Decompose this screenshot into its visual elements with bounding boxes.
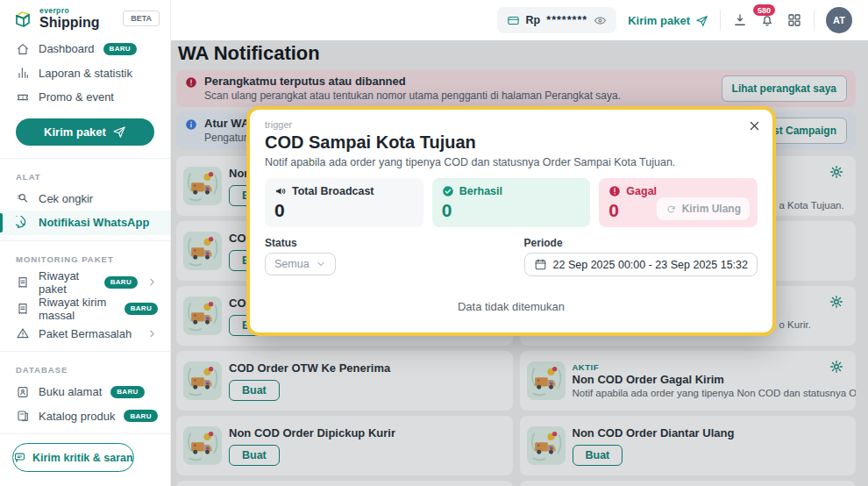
feedback-button[interactable]: Kirim kritik & saran (12, 443, 134, 472)
home-icon (16, 42, 30, 56)
buat-button[interactable]: Buat (229, 445, 280, 466)
sidebar-item-dashboard[interactable]: Dashboard BARU (0, 37, 170, 61)
buat-button[interactable]: Buat (229, 380, 280, 401)
periode-value: 22 Sep 2025 00:00 - 23 Sep 2025 15:32 (553, 259, 748, 271)
section-title-database: DATABASE (0, 357, 170, 380)
truck-illustration (527, 426, 566, 465)
gear-icon[interactable] (829, 360, 843, 374)
stat-label: Berhasil (459, 185, 502, 197)
card-title: Non COD Order Gagal Kirim (573, 373, 848, 386)
stat-gagal: Gagal 0 Kirim Ulang (599, 178, 758, 227)
sidebar-item-cek-ongkir[interactable]: Cek ongkir (0, 187, 170, 211)
divider (0, 158, 170, 159)
baru-badge: BARU (110, 386, 144, 398)
broadcast-stats: Total Broadcast 0 Berhasil 0 Gagal 0 Kir… (265, 178, 758, 227)
modal-description: Notif apabila ada order yang tipenya COD… (265, 156, 758, 168)
topbar: Rp ******** Kirim paket 580 AT (171, 0, 868, 40)
sidebar-item-label: Katalog produk (39, 410, 115, 423)
card-description: o Kurir. (779, 319, 811, 330)
stat-berhasil: Berhasil 0 (432, 178, 591, 227)
truck-illustration (183, 361, 222, 400)
section-title-alat: ALAT (0, 164, 170, 187)
periode-date-range[interactable]: 22 Sep 2025 00:00 - 23 Sep 2025 15:32 (524, 253, 758, 276)
ticket-icon (16, 90, 30, 104)
eye-icon[interactable] (594, 14, 607, 27)
calendar-icon (534, 258, 547, 271)
sidebar-item-laporan[interactable]: Laporan & statistik (0, 61, 170, 86)
sidebar-item-label: Notifikasi WhatsApp (39, 216, 149, 229)
sidebar-item-paket-bermasalah[interactable]: Paket Bermasalah (0, 322, 170, 347)
truck-illustration (527, 361, 566, 400)
sidebar-item-riwayat-paket[interactable]: Riwayat paket BARU (0, 269, 170, 296)
sidebar-item-buku-alamat[interactable]: Buku alamat BARU (0, 380, 170, 404)
divider (0, 240, 170, 241)
truck-illustration (183, 297, 222, 335)
kirim-ulang-label: Kirim Ulang (682, 203, 741, 215)
download-button[interactable] (732, 12, 748, 28)
topbar-kirim-paket-link[interactable]: Kirim paket (628, 14, 708, 27)
broadcast-icon (274, 185, 287, 197)
divider (0, 351, 170, 352)
card-title: Non COD Order Diantar Ulang (573, 426, 735, 440)
alert-circle-icon (608, 185, 621, 197)
stat-label: Total Broadcast (292, 185, 374, 197)
cod-sampai-kota-tujuan-modal: trigger COD Sampai Kota Tujuan Notif apa… (246, 106, 776, 336)
baru-badge: BARU (103, 43, 137, 55)
periode-label: Periode (524, 237, 758, 249)
sidebar-item-notifikasi-whatsapp[interactable]: Notifikasi WhatsApp (0, 211, 170, 235)
notification-card: COD Order OTW Ke Penerima Buat (176, 351, 513, 411)
apps-menu-button[interactable] (786, 12, 802, 28)
notification-card: AKTIF Non COD Order Gagal Kirim Notif ap… (520, 351, 857, 411)
sidebar-item-label: Cek ongkir (39, 192, 93, 205)
chat-bubble-icon (13, 451, 26, 464)
baru-badge: BARU (125, 303, 158, 315)
gear-icon[interactable] (829, 165, 843, 179)
kirim-paket-button[interactable]: Kirim paket (16, 118, 154, 146)
modal-title: COD Sampai Kota Tujuan (265, 132, 758, 153)
buat-button[interactable]: Buat (573, 445, 623, 466)
bar-chart-icon (16, 66, 30, 80)
stat-total-broadcast: Total Broadcast 0 (265, 178, 423, 227)
status-value: Semua (274, 258, 309, 270)
divider (720, 10, 721, 31)
everpro-cube-icon (12, 8, 33, 29)
avatar[interactable]: AT (826, 7, 852, 33)
sidebar: everpro Shipping BETA Dashboard BARU Lap… (0, 0, 171, 486)
stat-value: 0 (442, 200, 581, 221)
paper-plane-icon (695, 14, 708, 27)
gear-icon[interactable] (829, 295, 843, 309)
close-icon[interactable] (748, 119, 761, 132)
sidebar-item-promo[interactable]: Promo & event (0, 85, 170, 110)
lihat-perangkat-button[interactable]: Lihat perangkat saya (722, 75, 847, 102)
sidebar-item-riwayat-kirim-massal[interactable]: Riwayat kirim massal BARU (0, 296, 170, 322)
refresh-icon (665, 204, 677, 215)
sidebar-item-katalog-produk[interactable]: Katalog produk BARU (0, 404, 170, 429)
catalog-icon (16, 409, 30, 423)
brand-name: everpro (39, 7, 99, 15)
balance-masked: ******** (546, 14, 587, 26)
notifications-button[interactable]: 580 (759, 12, 775, 28)
balance-currency: Rp (526, 14, 541, 26)
kirim-paket-label: Kirim paket (44, 125, 106, 139)
sidebar-item-label: Riwayat kirim massal (39, 296, 116, 322)
status-select[interactable]: Semua (265, 253, 336, 275)
warning-triangle-icon (16, 326, 30, 340)
sidebar-item-label: Dashboard (39, 42, 95, 55)
grid-icon (786, 12, 802, 28)
card-description: Notif apabila ada order yang tipenya Non… (573, 388, 848, 399)
wallet-card-icon (507, 14, 520, 27)
notification-card: Non COD Order Diantar Ulang Buat (520, 416, 857, 475)
feedback-label: Kirim kritik & saran (32, 452, 133, 464)
truck-illustration (183, 232, 222, 270)
chevron-down-icon (316, 259, 326, 269)
stat-value: 0 (274, 200, 414, 221)
banner-description: Scan ulang perangkat atau tentukan nomor… (204, 89, 715, 103)
card-description: a Kota Tujuan. (779, 200, 844, 211)
wallet-balance[interactable]: Rp ******** (497, 7, 617, 33)
info-icon (185, 118, 197, 131)
baru-badge: BARU (124, 410, 157, 422)
receipt-icon (16, 275, 30, 289)
kirim-ulang-button[interactable]: Kirim Ulang (657, 197, 750, 220)
divider (814, 10, 815, 31)
kirim-paket-link-label: Kirim paket (628, 14, 690, 27)
